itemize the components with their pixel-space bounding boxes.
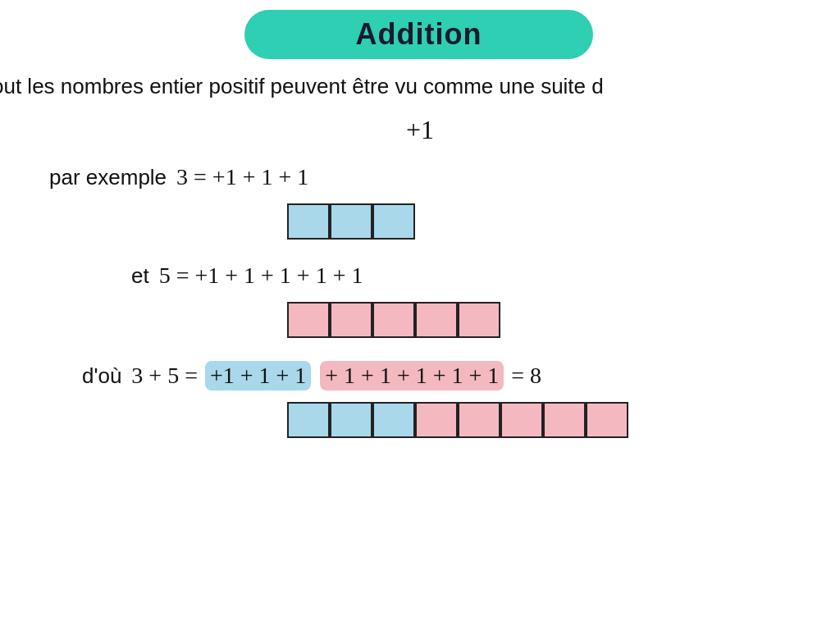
blocks-3-group [287,203,415,240]
dou-eq-start: 3 + 5 = [131,363,203,389]
dou-eq-end: = 8 [505,363,541,389]
blue-block-3 [372,203,415,240]
et-row: et 5 = +1 + 1 + 1 + 1 + 1 [131,262,363,289]
combined-blue-1 [287,402,330,438]
par-exemple-row: par exemple 3 = +1 + 1 + 1 [49,164,308,190]
pink-block-3 [372,302,415,338]
combined-pink-4 [543,402,586,438]
dou-row: d'où 3 + 5 = +1 + 1 + 1 + 1 + 1 + 1 + 1 … [82,361,541,390]
dou-equation: 3 + 5 = +1 + 1 + 1 + 1 + 1 + 1 + 1 + 1 =… [131,361,541,390]
par-exemple-equation: 3 = +1 + 1 + 1 [176,164,308,190]
combined-pink-5 [586,402,628,438]
et-equation: 5 = +1 + 1 + 1 + 1 + 1 [159,262,363,289]
blocks-5-group [287,302,500,338]
pink-block-2 [330,302,372,338]
dou-middle-space [313,363,318,389]
combined-pink-1 [415,402,458,438]
pink-block-1 [287,302,330,338]
combined-blue-3 [372,402,415,438]
blue-block-1 [287,203,330,240]
pink-block-5 [458,302,500,338]
combined-blue-2 [330,402,372,438]
dou-label: d'où [82,363,121,389]
dou-blue-highlight: +1 + 1 + 1 [205,361,311,390]
combined-pink-2 [458,402,500,438]
blue-block-2 [330,203,372,240]
par-exemple-label: par exemple [49,165,167,190]
pink-block-4 [415,302,458,338]
et-label: et [131,263,149,289]
subtitle-text: out les nombres entier positif peuvent ê… [0,74,604,99]
plus-one-label: +1 [0,115,840,145]
blocks-combined-group [287,402,628,438]
page: Addition out les nombres entier positif … [0,0,840,630]
title-badge: Addition [244,10,593,59]
combined-pink-3 [500,402,543,438]
dou-pink-highlight: + 1 + 1 + 1 + 1 + 1 [320,361,504,390]
page-title: Addition [356,17,482,52]
